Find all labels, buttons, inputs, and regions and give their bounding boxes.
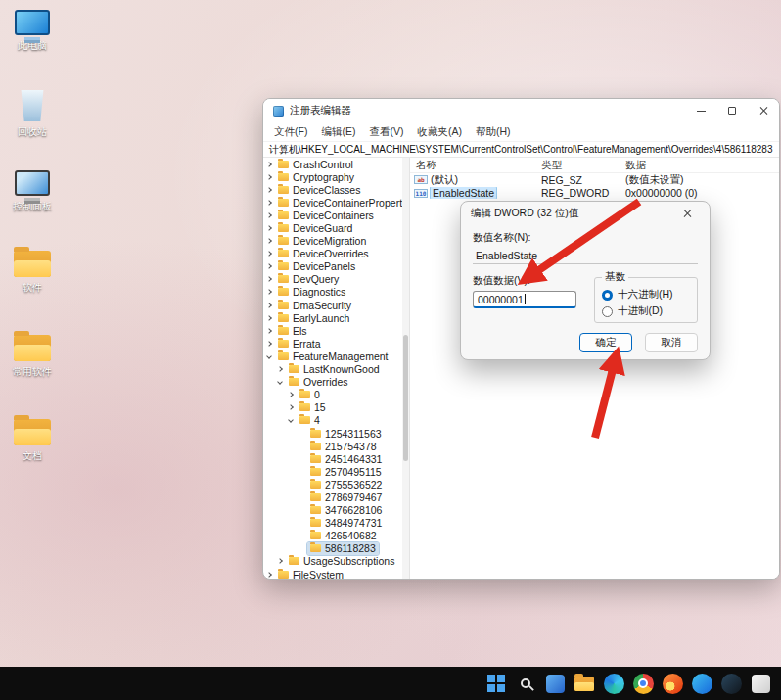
chat-app-icon[interactable] bbox=[689, 671, 714, 696]
tree-item-1254311563[interactable]: 1254311563 bbox=[263, 427, 402, 440]
ok-button[interactable]: 确定 bbox=[579, 333, 632, 352]
chevron-icon[interactable] bbox=[277, 366, 283, 372]
chevron-icon[interactable] bbox=[266, 200, 272, 206]
chevron-icon[interactable] bbox=[266, 238, 272, 244]
tree-item-DeviceGuard[interactable]: DeviceGuard bbox=[263, 221, 402, 234]
minimize-button[interactable] bbox=[685, 99, 716, 122]
menu-favorites[interactable]: 收藏夹(A) bbox=[410, 125, 469, 139]
tree-item-DevQuery[interactable]: DevQuery bbox=[263, 273, 402, 286]
desktop-icon-recycle-bin[interactable]: 回收站 bbox=[4, 90, 61, 138]
edge-icon[interactable] bbox=[601, 671, 626, 696]
chevron-icon[interactable] bbox=[266, 212, 272, 218]
chevron-icon[interactable] bbox=[266, 263, 272, 269]
close-button[interactable] bbox=[748, 99, 779, 122]
tree-item-Els[interactable]: Els bbox=[263, 324, 402, 337]
chevron-icon[interactable] bbox=[266, 225, 272, 231]
decimal-radio[interactable]: 十进制(D) bbox=[602, 304, 690, 318]
tree-item-0[interactable]: 0 bbox=[263, 389, 402, 401]
tree-item-4[interactable]: 4 bbox=[263, 414, 402, 427]
game-app-icon[interactable] bbox=[718, 671, 744, 696]
tree-item-UsageSubscriptions[interactable]: UsageSubscriptions bbox=[263, 555, 402, 568]
menu-view[interactable]: 查看(V) bbox=[362, 125, 410, 139]
menu-file[interactable]: 文件(F) bbox=[267, 125, 314, 139]
tree-item-LastKnownGood[interactable]: LastKnownGood bbox=[263, 363, 402, 376]
tree-item-DmaSecurity[interactable]: DmaSecurity bbox=[263, 299, 402, 311]
tree-item-2755536522[interactable]: 2755536522 bbox=[263, 478, 402, 490]
tree-item-3476628106[interactable]: 3476628106 bbox=[263, 504, 402, 517]
tree-item-DevicePanels[interactable]: DevicePanels bbox=[263, 260, 402, 273]
tree-item-DeviceClasses[interactable]: DeviceClasses bbox=[263, 183, 402, 196]
tree-item-CrashControl[interactable]: CrashControl bbox=[263, 158, 402, 170]
desktop-icon-folder-docs[interactable]: 文档 bbox=[4, 419, 61, 462]
tree-item-Errata[interactable]: Errata bbox=[263, 337, 402, 350]
desktop-icon-control-panel[interactable]: 控制面板 bbox=[4, 170, 61, 212]
desktop-icon-column: 此电脑回收站控制面板软件常用软件文档 bbox=[2, 0, 63, 700]
tree-item-DeviceContainers[interactable]: DeviceContainers bbox=[263, 209, 402, 221]
menu-edit[interactable]: 编辑(E) bbox=[314, 125, 362, 139]
chevron-icon[interactable] bbox=[277, 379, 283, 385]
file-explorer-icon[interactable] bbox=[572, 671, 597, 696]
tree-item-2570495115[interactable]: 2570495115 bbox=[263, 465, 402, 478]
tree-item-FileSystem[interactable]: FileSystem bbox=[263, 568, 402, 579]
value-row-1[interactable]: 110EnabledStateREG_DWORD0x00000000 (0) bbox=[410, 187, 779, 201]
tree-item-3484974731[interactable]: 3484974731 bbox=[263, 517, 402, 530]
maximize-button[interactable] bbox=[716, 99, 748, 122]
tree-item-2786979467[interactable]: 2786979467 bbox=[263, 490, 402, 503]
chevron-icon[interactable] bbox=[266, 277, 272, 283]
tree-item-215754378[interactable]: 215754378 bbox=[263, 440, 402, 452]
tree-scrollbar[interactable] bbox=[402, 158, 409, 579]
start-icon[interactable] bbox=[483, 671, 509, 696]
desktop-icon-this-pc[interactable]: 此电脑 bbox=[4, 10, 61, 52]
chevron-icon[interactable] bbox=[266, 572, 272, 578]
window-title: 注册表编辑器 bbox=[290, 104, 351, 117]
tree-item-EarlyLaunch[interactable]: EarlyLaunch bbox=[263, 311, 402, 324]
chevron-icon[interactable] bbox=[266, 290, 272, 296]
chevron-icon[interactable] bbox=[266, 162, 272, 167]
chevron-icon[interactable] bbox=[266, 251, 272, 257]
search-icon[interactable] bbox=[513, 671, 538, 696]
desktop-icon-folder-tools[interactable]: 常用软件 bbox=[4, 335, 61, 378]
column-header-data[interactable]: 数据 bbox=[625, 159, 779, 172]
tree-item-15[interactable]: 15 bbox=[263, 401, 402, 414]
chrome-icon[interactable] bbox=[630, 671, 656, 696]
value-name-field[interactable]: EnabledState bbox=[473, 248, 698, 264]
media-app-icon[interactable] bbox=[748, 671, 773, 696]
chevron-icon[interactable] bbox=[288, 418, 294, 424]
chevron-icon[interactable] bbox=[288, 392, 294, 397]
chevron-icon[interactable] bbox=[266, 353, 272, 359]
value-data-input[interactable]: 00000001 bbox=[473, 291, 576, 308]
firefox-icon[interactable] bbox=[660, 671, 685, 696]
tree-item-2451464331[interactable]: 2451464331 bbox=[263, 452, 402, 465]
tree-scrollbar-thumb[interactable] bbox=[403, 335, 408, 461]
chevron-icon[interactable] bbox=[277, 559, 283, 565]
cancel-button[interactable]: 取消 bbox=[645, 333, 698, 352]
dialog-close-button[interactable] bbox=[674, 202, 700, 225]
tree-item-Diagnostics[interactable]: Diagnostics bbox=[263, 286, 402, 299]
chevron-icon[interactable] bbox=[266, 303, 272, 308]
chevron-icon[interactable] bbox=[288, 404, 294, 410]
menu-help[interactable]: 帮助(H) bbox=[469, 125, 518, 139]
chevron-icon[interactable] bbox=[266, 187, 272, 193]
desktop-icon-folder-software[interactable]: 软件 bbox=[4, 251, 61, 294]
tree-item-DeviceContainerPropertyUpda[interactable]: DeviceContainerPropertyUpda bbox=[263, 196, 402, 209]
chevron-icon[interactable] bbox=[266, 328, 272, 334]
column-header-name[interactable]: 名称 bbox=[410, 159, 541, 172]
chevron-icon[interactable] bbox=[266, 341, 272, 347]
chevron-icon[interactable] bbox=[266, 315, 272, 321]
tree-item-DeviceOverrides[interactable]: DeviceOverrides bbox=[263, 248, 402, 260]
tree-item-Overrides[interactable]: Overrides bbox=[263, 376, 402, 389]
tree-item-Cryptography[interactable]: Cryptography bbox=[263, 170, 402, 183]
tree-item-586118283[interactable]: 586118283 bbox=[263, 542, 402, 555]
hexadecimal-radio[interactable]: 十六进制(H) bbox=[602, 288, 690, 302]
dialog-titlebar[interactable]: 编辑 DWORD (32 位)值 bbox=[461, 202, 710, 225]
widgets-icon[interactable] bbox=[542, 671, 568, 696]
tree-item-DeviceMigration[interactable]: DeviceMigration bbox=[263, 235, 402, 248]
column-header-type[interactable]: 类型 bbox=[541, 159, 625, 172]
address-bar[interactable]: 计算机\HKEY_LOCAL_MACHINE\SYSTEM\CurrentCon… bbox=[263, 142, 779, 158]
chevron-icon[interactable] bbox=[266, 174, 272, 180]
tree-item-FeatureManagement[interactable]: FeatureManagement bbox=[263, 350, 402, 362]
tree-item-426540682[interactable]: 426540682 bbox=[263, 530, 402, 542]
window-titlebar[interactable]: 注册表编辑器 bbox=[263, 99, 779, 122]
menu-bar: 文件(F)编辑(E)查看(V)收藏夹(A)帮助(H) bbox=[263, 122, 779, 142]
value-row-0[interactable]: ab(默认)REG_SZ(数值未设置) bbox=[410, 173, 779, 187]
